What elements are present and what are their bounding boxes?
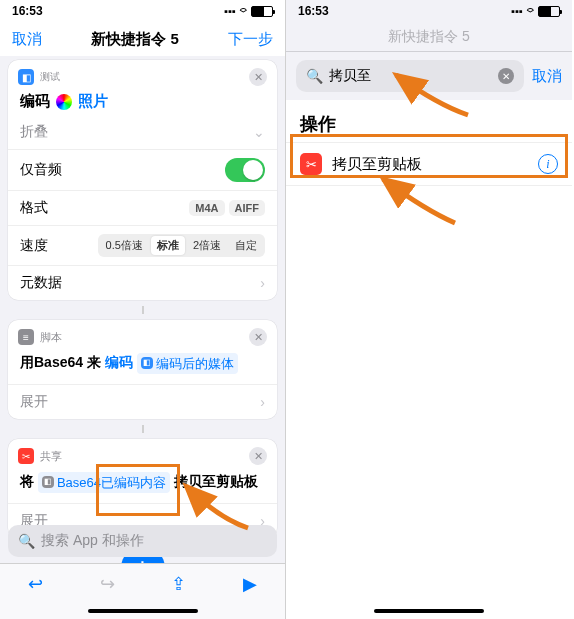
wifi-icon: ⌔ — [527, 5, 534, 17]
nav-bar-peek: 新快捷指令 5 — [286, 22, 572, 52]
status-icons: ▪▪▪ ⌔ — [511, 5, 560, 17]
script-pill[interactable]: ◧ 编码后的媒体 — [137, 353, 238, 375]
right-screen: 16:53 ▪▪▪ ⌔ 新快捷指令 5 🔍 拷贝至 ✕ 取消 操作 ✂ 拷贝至剪… — [286, 0, 572, 619]
fold-label: 折叠 — [20, 123, 253, 141]
share-pill-text: Base64已编码内容 — [57, 473, 166, 493]
search-wrap: 🔍 拷贝至 ✕ 取消 — [286, 52, 572, 100]
script-pill-text: 编码后的媒体 — [156, 354, 234, 374]
signal-icon: ▪▪▪ — [224, 5, 236, 17]
close-icon[interactable]: ✕ — [249, 328, 267, 346]
chevron-right-icon: › — [260, 275, 265, 291]
speed-row: 速度 0.5倍速 标准 2倍速 自定 — [8, 225, 277, 265]
encode-title-row: 编码 照片 — [8, 86, 277, 115]
fold-row[interactable]: 折叠 ⌄ — [8, 115, 277, 149]
search-icon: 🔍 — [18, 533, 35, 549]
metadata-row[interactable]: 元数据 › — [8, 265, 277, 300]
signal-icon: ▪▪▪ — [511, 5, 523, 17]
script-expand[interactable]: 展开 › — [8, 384, 277, 419]
audio-only-toggle[interactable] — [225, 158, 265, 182]
status-bar: 16:53 ▪▪▪ ⌔ — [286, 0, 572, 22]
encode-card-head: ◧ 测试 ✕ — [8, 60, 277, 86]
info-icon[interactable]: i — [538, 154, 558, 174]
battery-icon — [251, 6, 273, 17]
encode-badge: 测试 — [40, 70, 60, 84]
play-button[interactable]: ▶ — [243, 573, 257, 595]
chevron-down-icon: ⌄ — [253, 124, 265, 140]
close-icon[interactable]: ✕ — [249, 68, 267, 86]
page-title: 新快捷指令 5 — [91, 30, 179, 49]
audio-only-row: 仅音频 — [8, 149, 277, 190]
home-indicator — [286, 603, 572, 619]
metadata-label: 元数据 — [20, 274, 260, 292]
connector-line — [142, 306, 144, 314]
script-card: ≡ 脚本 ✕ 用Base64 来 编码 ◧ 编码后的媒体 展开 › — [8, 320, 277, 419]
search-value: 拷贝至 — [329, 67, 371, 85]
undo-button[interactable]: ↩ — [28, 573, 43, 595]
connector-line — [142, 425, 144, 433]
share-button[interactable]: ⇪ — [171, 573, 186, 595]
speed-opt-1[interactable]: 标准 — [151, 236, 185, 255]
search-icon: 🔍 — [306, 68, 323, 84]
search-placeholder: 搜索 App 和操作 — [41, 532, 144, 550]
encode-label: 编码 — [20, 92, 50, 111]
script-badge: 脚本 — [40, 330, 62, 345]
encode-card: ◧ 测试 ✕ 编码 照片 折叠 ⌄ 仅音频 格式 M4A AIFF 速度 — [8, 60, 277, 300]
nav-bar: 取消 新快捷指令 5 下一步 — [0, 22, 285, 56]
results-body: 操作 ✂ 拷贝至剪贴板 i — [286, 100, 572, 619]
share-pre: 将 — [20, 473, 34, 489]
cancel-button[interactable]: 取消 — [12, 30, 42, 49]
script-body: 用Base64 来 编码 ◧ 编码后的媒体 — [8, 346, 277, 384]
encoded-icon: ◧ — [42, 476, 54, 488]
format-tag-aiff[interactable]: AIFF — [229, 200, 265, 216]
action-label: 拷贝至剪贴板 — [332, 155, 422, 174]
share-post: 拷贝至剪贴板 — [174, 473, 258, 489]
left-screen: 16:53 ▪▪▪ ⌔ 取消 新快捷指令 5 下一步 ◧ 测试 ✕ 编码 照片 … — [0, 0, 286, 619]
speed-opt-2[interactable]: 2倍速 — [187, 236, 227, 255]
close-icon[interactable]: ✕ — [249, 447, 267, 465]
script-card-head: ≡ 脚本 ✕ — [8, 320, 277, 346]
share-badge: 共享 — [40, 449, 62, 464]
format-tags: M4A AIFF — [189, 200, 265, 216]
share-pill[interactable]: ◧ Base64已编码内容 — [38, 472, 170, 494]
expand-label: 展开 — [20, 393, 48, 411]
speed-opt-3[interactable]: 自定 — [229, 236, 263, 255]
bottom-area: 🔍 搜索 App 和操作 ↩ ↪ ⇪ ▶ — [0, 519, 285, 619]
chevron-right-icon: › — [260, 394, 265, 410]
format-label: 格式 — [20, 199, 189, 217]
photos-link[interactable]: 照片 — [78, 92, 108, 111]
action-row-copy-clipboard[interactable]: ✂ 拷贝至剪贴板 i — [286, 142, 572, 186]
cancel-button[interactable]: 取消 — [532, 67, 562, 86]
clear-icon[interactable]: ✕ — [498, 68, 514, 84]
wifi-icon: ⌔ — [240, 5, 247, 17]
toolbar: ↩ ↪ ⇪ ▶ — [0, 563, 285, 603]
media-icon: ◧ — [141, 357, 153, 369]
battery-icon — [538, 6, 560, 17]
home-indicator — [0, 603, 285, 619]
search-bar[interactable]: 🔍 搜索 App 和操作 — [8, 525, 277, 557]
search-input[interactable]: 🔍 拷贝至 ✕ — [296, 60, 524, 92]
script-icon: ≡ — [18, 329, 34, 345]
status-icons: ▪▪▪ ⌔ — [224, 5, 273, 17]
share-card-head: ✂ 共享 ✕ — [8, 439, 277, 465]
audio-only-label: 仅音频 — [20, 161, 225, 179]
format-tag-m4a[interactable]: M4A — [189, 200, 224, 216]
speed-label: 速度 — [20, 237, 98, 255]
status-time: 16:53 — [298, 4, 329, 18]
status-bar: 16:53 ▪▪▪ ⌔ — [0, 0, 285, 22]
share-icon: ✂ — [18, 448, 34, 464]
scissors-icon: ✂ — [300, 153, 322, 175]
speed-segmented[interactable]: 0.5倍速 标准 2倍速 自定 — [98, 234, 265, 257]
script-link[interactable]: 编码 — [105, 354, 133, 370]
format-row[interactable]: 格式 M4A AIFF — [8, 190, 277, 225]
status-time: 16:53 — [12, 4, 43, 18]
peek-title: 新快捷指令 5 — [388, 28, 470, 46]
photos-icon — [56, 94, 72, 110]
share-body: 将 ◧ Base64已编码内容 拷贝至剪贴板 — [8, 465, 277, 503]
redo-button[interactable]: ↪ — [100, 573, 115, 595]
script-pre: 用Base64 来 — [20, 354, 101, 370]
section-title: 操作 — [286, 100, 572, 142]
speed-opt-0[interactable]: 0.5倍速 — [100, 236, 149, 255]
next-button[interactable]: 下一步 — [228, 30, 273, 49]
encode-icon: ◧ — [18, 69, 34, 85]
